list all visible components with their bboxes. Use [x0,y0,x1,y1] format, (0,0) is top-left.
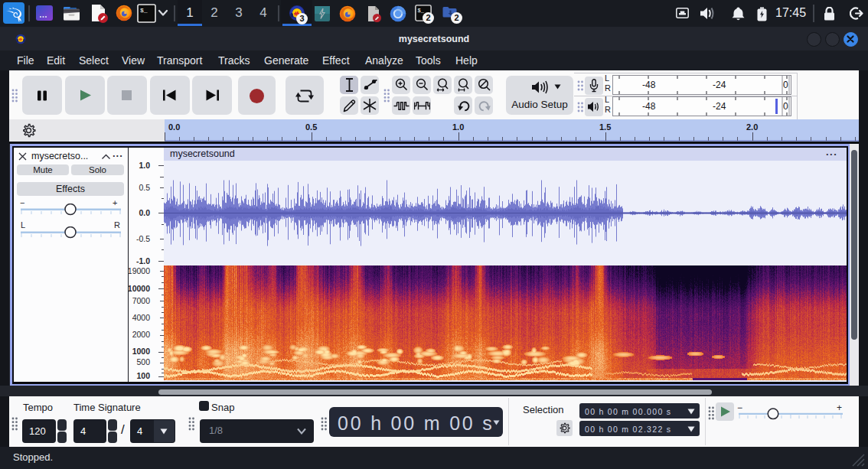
svg-text:$_: $_ [140,7,148,14]
svg-text:-24: -24 [713,101,726,112]
svg-text:0: 0 [783,101,788,112]
svg-text:-48: -48 [642,101,656,112]
svg-text:0: 0 [783,80,788,90]
svg-text:-48: -48 [642,80,656,90]
svg-text:-24: -24 [713,80,726,90]
svg-text:$_: $_ [418,8,425,14]
